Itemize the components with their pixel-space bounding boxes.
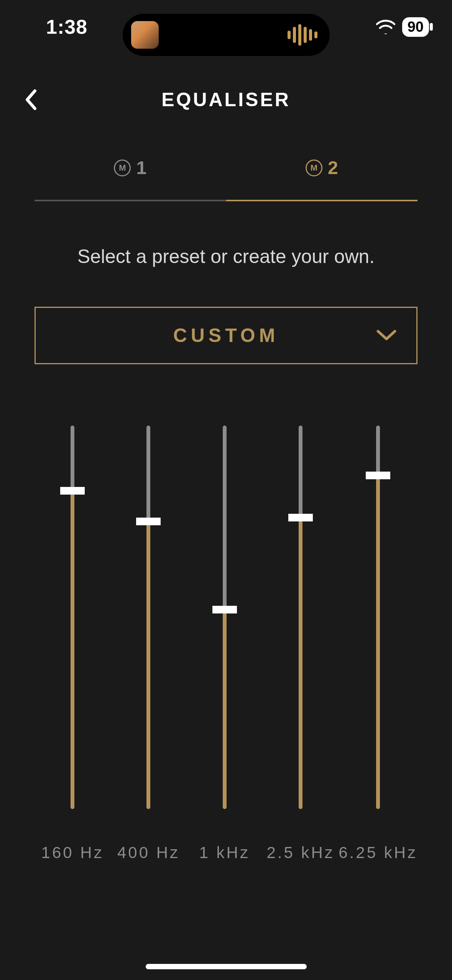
eq-slider[interactable] [222, 426, 227, 809]
instruction-text: Select a preset or create your own. [0, 245, 452, 268]
band-label: 2.5 kHz [266, 844, 334, 862]
status-time: 1:38 [46, 15, 87, 38]
back-button[interactable] [19, 88, 42, 111]
preset-selected-label: CUSTOM [173, 324, 279, 347]
slider-thumb[interactable] [60, 487, 85, 495]
band-label: 1 kHz [199, 844, 250, 862]
eq-band-1khz: 1 kHz [187, 422, 263, 873]
tab-label: 2 [328, 157, 338, 178]
eq-slider[interactable] [298, 426, 303, 809]
profile-tabs: M 1 M 2 [35, 157, 417, 201]
slider-thumb[interactable] [366, 472, 390, 479]
slider-thumb[interactable] [288, 514, 313, 521]
eq-band-2_5khz: 2.5 kHz [263, 422, 339, 873]
band-label: 160 Hz [41, 844, 104, 862]
tab-profile-2[interactable]: M 2 [226, 157, 418, 201]
band-label: 400 Hz [117, 844, 180, 862]
eq-slider[interactable] [70, 426, 75, 809]
eq-band-6_25khz: 6.25 kHz [339, 422, 417, 873]
status-bar: 1:38 90 [0, 0, 452, 54]
home-indicator[interactable] [146, 964, 307, 969]
slider-thumb[interactable] [136, 518, 161, 525]
slider-thumb[interactable] [212, 606, 237, 613]
battery-indicator: 90 [402, 17, 429, 37]
eq-band-160hz: 160 Hz [35, 422, 110, 873]
now-playing-art [131, 21, 159, 49]
chevron-down-icon [376, 324, 397, 347]
eq-slider[interactable] [146, 426, 151, 809]
eq-band-400hz: 400 Hz [110, 422, 186, 873]
preset-dropdown[interactable]: CUSTOM [35, 307, 417, 364]
page-title: EQUALISER [161, 89, 291, 111]
status-right: 90 [376, 17, 429, 37]
dynamic-island[interactable] [123, 14, 330, 56]
m-badge-icon: M [306, 159, 322, 176]
band-label: 6.25 kHz [339, 844, 417, 862]
chevron-left-icon [24, 89, 37, 110]
equaliser-bands: 160 Hz 400 Hz 1 kHz 2.5 kHz 6.25 kHz [35, 422, 417, 873]
m-badge-icon: M [114, 159, 131, 176]
wifi-icon [376, 20, 395, 34]
eq-slider[interactable] [375, 426, 381, 809]
tab-profile-1[interactable]: M 1 [35, 157, 226, 201]
tab-label: 1 [136, 157, 146, 178]
header: EQUALISER [0, 77, 452, 123]
audio-wave-icon [288, 24, 321, 46]
